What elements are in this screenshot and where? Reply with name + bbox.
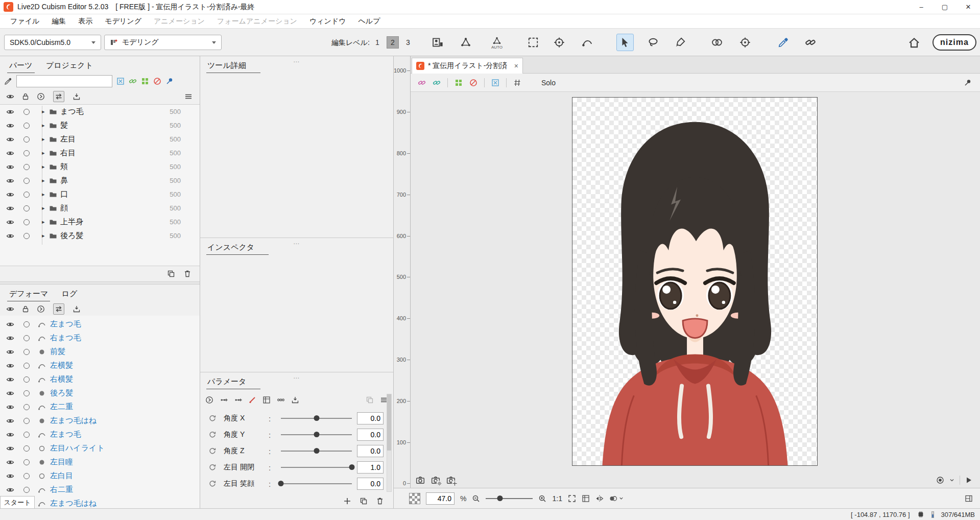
tree-row[interactable]: ▸右目500: [0, 146, 200, 160]
drag-handle-icon[interactable]: ⋯: [293, 374, 300, 382]
expand-arrow-icon[interactable]: ▸: [42, 163, 48, 170]
import-lock-icon[interactable]: [73, 305, 81, 313]
zoom-slider-handle[interactable]: [497, 495, 503, 501]
parameter-slider[interactable]: [281, 434, 352, 435]
solo-radio[interactable]: [23, 109, 30, 115]
model-image-frame[interactable]: [572, 97, 818, 466]
edit-level-2-button[interactable]: 2: [387, 36, 399, 49]
visibility-toggle[interactable]: [6, 108, 14, 116]
link-view-icon[interactable]: [433, 79, 441, 87]
deformer-label[interactable]: 右二重: [50, 485, 73, 494]
add-key-icon[interactable]: [220, 396, 228, 404]
workspace-select[interactable]: モデリング: [104, 35, 222, 50]
visibility-toggle[interactable]: [6, 218, 14, 226]
solo-radio[interactable]: [23, 219, 30, 225]
add-parameter-button[interactable]: [343, 497, 351, 505]
solo-radio[interactable]: [23, 363, 30, 369]
deformer-label[interactable]: 左目ハイライト: [50, 443, 105, 453]
parameter-row[interactable]: 左目 開閉:: [200, 459, 393, 476]
document-tab[interactable]: * 宣伝用イラスト-分割済 ×: [412, 58, 523, 74]
deformer-row[interactable]: 右横髪: [0, 372, 200, 386]
tree-row[interactable]: ▸左目500: [0, 132, 200, 146]
import-lock-icon[interactable]: [73, 92, 81, 101]
solo-radio[interactable]: [23, 376, 30, 383]
record-button[interactable]: [936, 476, 944, 484]
parameter-row[interactable]: 左目 笑顔:: [200, 476, 393, 492]
solo-radio[interactable]: [23, 445, 30, 452]
visibility-toggle[interactable]: [6, 472, 14, 480]
expand-params-icon[interactable]: [205, 396, 213, 404]
grid-view-icon[interactable]: [455, 79, 463, 87]
close-button[interactable]: ✕: [957, 0, 980, 14]
parameter-row[interactable]: 角度 X:: [200, 410, 393, 427]
parameter-row[interactable]: 角度 Y:: [200, 427, 393, 443]
solo-radio[interactable]: [23, 404, 30, 410]
slider-handle[interactable]: [314, 448, 319, 454]
parts-search-input[interactable]: [16, 75, 112, 87]
visibility-toggle[interactable]: [6, 362, 14, 370]
visibility-toggle[interactable]: [6, 334, 14, 342]
tab-deformer[interactable]: デフォーマ: [7, 289, 50, 301]
expand-arrow-icon[interactable]: ▸: [42, 205, 48, 211]
expand-arrow-icon[interactable]: ▸: [42, 122, 48, 129]
minimize-button[interactable]: –: [910, 0, 933, 14]
menu-modeling[interactable]: モデリング: [99, 17, 148, 26]
solo-radio[interactable]: [23, 432, 30, 438]
zoom-slider[interactable]: [486, 498, 533, 499]
tree-row[interactable]: ▸髪500: [0, 119, 200, 132]
tree-row[interactable]: ▸鼻500: [0, 174, 200, 187]
arrow-tool-button[interactable]: [616, 34, 634, 51]
expand-arrow-icon[interactable]: ▸: [42, 108, 48, 115]
onion-skin-toggle[interactable]: [609, 494, 624, 503]
parameter-value-input[interactable]: [357, 445, 384, 457]
flip-horizontal-button[interactable]: [595, 494, 604, 503]
tool-detail-title[interactable]: ツール詳細: [206, 61, 260, 73]
solo-radio[interactable]: [23, 164, 30, 170]
tree-row[interactable]: ▸頬500: [0, 160, 200, 174]
hide-texture-icon[interactable]: [116, 77, 125, 85]
part-label[interactable]: 顔: [60, 203, 68, 213]
part-label[interactable]: 頬: [60, 162, 68, 172]
visibility-toggle[interactable]: [6, 348, 14, 356]
visibility-toggle[interactable]: [6, 149, 14, 157]
deformer-label[interactable]: 右まつ毛: [50, 333, 81, 343]
parameter-slider[interactable]: [281, 467, 352, 468]
visibility-toggle[interactable]: [6, 122, 14, 130]
eye-icon[interactable]: [6, 305, 14, 313]
import-params-icon[interactable]: [291, 396, 299, 404]
solo-radio[interactable]: [23, 123, 30, 129]
expand-arrow-icon[interactable]: ▸: [42, 219, 48, 225]
deformer-label[interactable]: 右横髪: [50, 374, 73, 384]
part-label[interactable]: まつ毛: [60, 107, 84, 116]
expand-arrow-icon[interactable]: ▸: [42, 136, 48, 143]
repeat-icon[interactable]: [208, 414, 217, 422]
part-label[interactable]: 左目: [60, 134, 76, 144]
expand-arrow-icon[interactable]: ▸: [42, 150, 48, 156]
exclude-view-icon[interactable]: [469, 79, 477, 87]
lock-icon[interactable]: [21, 92, 30, 101]
add-key2-icon[interactable]: [234, 396, 242, 404]
menu-help[interactable]: ヘルプ: [352, 17, 387, 26]
visibility-toggle[interactable]: [6, 431, 14, 439]
part-label[interactable]: 右目: [60, 148, 76, 158]
solo-radio[interactable]: [23, 349, 30, 355]
lasso-tool-button[interactable]: [644, 34, 662, 51]
actual-size-button[interactable]: 1:1: [552, 494, 562, 503]
visibility-toggle[interactable]: [6, 320, 14, 328]
solo-radio[interactable]: [23, 459, 30, 465]
auto-mesh-button[interactable]: AUTO: [488, 34, 506, 51]
visibility-toggle[interactable]: [6, 458, 14, 466]
deformer-row[interactable]: 前髪: [0, 345, 200, 359]
part-label[interactable]: 後ろ髪: [60, 231, 83, 241]
part-label[interactable]: 鼻: [60, 176, 68, 185]
grid-toggle-icon[interactable]: [513, 79, 521, 87]
repeat-icon[interactable]: [208, 431, 217, 439]
parts-menu-icon[interactable]: [184, 92, 193, 101]
menu-file[interactable]: ファイル: [4, 17, 45, 26]
deformer-row[interactable]: 右二重: [0, 483, 200, 497]
solo-radio[interactable]: [23, 205, 30, 211]
visibility-toggle[interactable]: [6, 163, 14, 171]
duplicate-parameter-button[interactable]: [360, 497, 368, 505]
part-label[interactable]: 髪: [60, 121, 68, 130]
parameter-value-input[interactable]: [357, 461, 384, 474]
